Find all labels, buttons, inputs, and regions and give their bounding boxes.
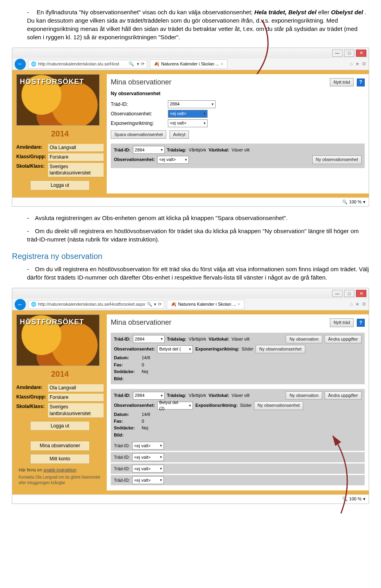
value: Ola Langvall: [48, 144, 104, 152]
tree-id-select[interactable]: <ej valt>: [132, 476, 164, 484]
globe-icon: 🌐: [31, 301, 37, 307]
label: Bild:: [114, 432, 138, 438]
obs-unit-select[interactable]: <ej valt>: [157, 156, 189, 164]
tree-id-select[interactable]: 2884: [133, 335, 165, 343]
doc-paragraph: -Om du vill registrera en höstlövsobserv…: [12, 265, 369, 282]
value: Vårtbjörk: [189, 147, 206, 153]
new-tree-button[interactable]: Nytt träd: [330, 318, 354, 327]
label: Observationsenhet:: [114, 157, 155, 163]
label: Snötäcke:: [114, 425, 138, 431]
favicon-icon: 🍂: [154, 61, 160, 67]
new-obs-unit-button[interactable]: Ny observationsenhet: [312, 155, 362, 164]
instruction-link[interactable]: snabb instruktion: [43, 467, 76, 472]
obs-unit-select[interactable]: <ej valt>: [168, 110, 208, 118]
value: Forskare: [48, 153, 104, 161]
my-account-button[interactable]: Mitt konto: [30, 454, 90, 464]
gear-icon[interactable]: ⚙: [362, 301, 366, 308]
obs-unit-select[interactable]: Belyst del (: [157, 345, 193, 353]
home-icon[interactable]: ⌂: [350, 61, 353, 67]
tree-id-select[interactable]: 2884: [168, 100, 216, 108]
label: Observationsenhet:: [111, 111, 166, 117]
label: Träd-ID:: [114, 147, 131, 153]
new-obs-unit-button[interactable]: Ny observationsenhet: [254, 401, 303, 410]
exposure-select[interactable]: <ej valt>: [168, 119, 208, 127]
logout-button[interactable]: Logga ut: [30, 421, 90, 431]
zoom-icon[interactable]: 🔍: [342, 199, 348, 205]
search-icon: 🔍: [129, 61, 134, 67]
page-title: Mina observationer: [111, 77, 171, 87]
gear-icon[interactable]: ⚙: [362, 61, 366, 67]
year-label: 2014: [16, 368, 104, 379]
edit-button[interactable]: Ändra uppgifter: [325, 335, 362, 343]
star-icon[interactable]: ★: [355, 61, 360, 67]
address-bar[interactable]: 🌐 http://naturenskalenderiskolan.slu.se/…: [28, 300, 164, 309]
label: Träd-ID:: [114, 477, 130, 483]
address-bar[interactable]: 🌐 http://naturenskalenderiskolan.slu.se/…: [28, 60, 147, 69]
url-text: http://naturenskalenderiskolan.slu.se/Ho…: [38, 301, 145, 307]
label: Datum:: [114, 412, 138, 418]
tree-id-select[interactable]: 2884: [133, 392, 165, 400]
new-observation-button[interactable]: Ny observation: [286, 391, 322, 400]
label: Skola/Klass:: [16, 163, 48, 178]
value: Växer vilt: [231, 147, 249, 153]
edit-button[interactable]: Ändra uppgifter: [325, 391, 362, 400]
refresh-icon[interactable]: ⟳: [141, 61, 144, 67]
doc-paragraph: -Om du direkt vill registrera en höstlöv…: [12, 227, 369, 243]
save-obs-unit-button[interactable]: Spara observationsenhet: [111, 130, 166, 139]
site-banner: HÖSTFÖRSÖKET: [16, 314, 100, 366]
back-button[interactable]: ←: [15, 59, 26, 70]
help-button[interactable]: ?: [357, 79, 365, 86]
minimize-button[interactable]: —: [332, 50, 343, 57]
value: Forskare: [48, 394, 104, 402]
value: 14/8: [142, 412, 150, 418]
tree-id-select[interactable]: 2884: [133, 146, 165, 154]
close-button[interactable]: ✕: [356, 50, 366, 57]
new-observation-button[interactable]: Ny observation: [286, 335, 322, 343]
doc-paragraph: -Avsluta registreringen av Obs-enheten g…: [12, 214, 369, 222]
window-titlebar: — □ ✕: [12, 48, 369, 58]
label: Växtlokal:: [209, 147, 229, 153]
back-button[interactable]: ←: [15, 299, 26, 310]
browser-tab[interactable]: 🍂 Naturens Kalender i Skolan ... ×: [150, 59, 227, 69]
browser-statusbar: 🔍 100 % ▾: [12, 494, 369, 503]
value: Växer vilt: [231, 336, 249, 342]
value: Vårtbjörk: [189, 336, 206, 342]
new-obs-unit-button[interactable]: Ny observationsenhet: [256, 345, 305, 353]
new-tree-button[interactable]: Nytt träd: [330, 78, 354, 86]
my-observations-button[interactable]: Mina observationer: [30, 441, 90, 451]
close-tab-icon[interactable]: ×: [238, 302, 240, 307]
minimize-button[interactable]: —: [332, 290, 343, 297]
home-icon[interactable]: ⌂: [350, 301, 353, 308]
tree-id-select[interactable]: <ej valt>: [132, 442, 164, 450]
close-tab-icon[interactable]: ×: [221, 61, 223, 67]
label: Klass/Grupp:: [16, 153, 48, 161]
value: Ola Langvall: [48, 384, 104, 392]
help-button[interactable]: ?: [357, 319, 365, 327]
main-panel: Mina observationer Nytt träd ? Ny observ…: [107, 74, 369, 193]
logout-button[interactable]: Logga ut: [30, 180, 90, 190]
value: Vårtbjörk: [189, 393, 206, 398]
label: Träd-ID:: [114, 454, 130, 460]
tree-id-select[interactable]: <ej valt>: [132, 453, 164, 461]
chevron-down-icon[interactable]: ▾: [363, 199, 366, 205]
close-button[interactable]: ✕: [356, 290, 366, 297]
instruction-link-row: Här finns en snabb instruktion: [16, 467, 104, 473]
value: Söder: [240, 402, 252, 408]
label: Användare:: [16, 144, 48, 152]
value: 0: [142, 418, 144, 424]
label: Träd-ID:: [114, 466, 130, 472]
star-icon[interactable]: ★: [355, 301, 360, 308]
label: Expositionsriktning:: [195, 402, 237, 408]
cancel-button[interactable]: Avbryt: [169, 130, 189, 139]
tree-id-select[interactable]: <ej valt>: [132, 465, 164, 473]
zoom-icon[interactable]: 🔍: [342, 496, 348, 502]
browser-tab[interactable]: 🍂 Naturens Kalender i Skolan ... ×: [167, 300, 244, 309]
contact-text: Kontakta Ola Langvall om du glömt löseno…: [16, 475, 104, 486]
maximize-button[interactable]: □: [344, 290, 354, 297]
chevron-down-icon[interactable]: ▾: [363, 496, 366, 502]
obs-unit-select[interactable]: Belyst del (2): [157, 402, 193, 410]
bullet-dash: -: [27, 8, 35, 16]
site-banner: HÖSTFÖRSÖKET: [16, 74, 100, 126]
maximize-button[interactable]: □: [344, 50, 354, 57]
label: Exponeringsriktning:: [195, 346, 239, 352]
